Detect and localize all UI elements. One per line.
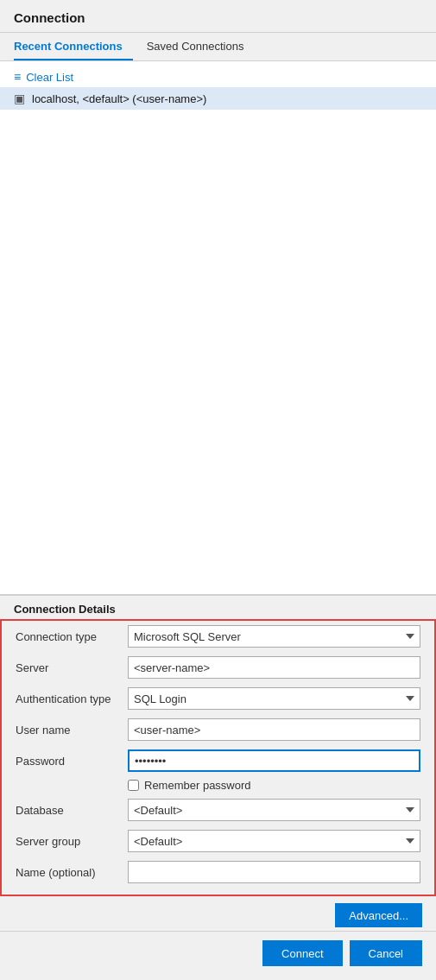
server-group-control: <Default>: [128, 830, 420, 852]
auth-type-label: Authentication type: [16, 692, 128, 705]
remember-password-label: Remember password: [144, 779, 251, 792]
clear-list-icon: ≡: [14, 70, 21, 84]
database-row: Database <Default>: [16, 794, 420, 825]
database-select[interactable]: <Default>: [128, 799, 420, 821]
server-icon: ▣: [14, 92, 25, 105]
connection-type-label: Connection type: [16, 630, 128, 643]
advanced-button-area: Advanced...: [0, 896, 436, 931]
window-title: Connection: [0, 0, 436, 33]
server-row: Server: [16, 652, 420, 683]
tab-recent-connections[interactable]: Recent Connections: [14, 33, 133, 60]
connection-type-select[interactable]: Microsoft SQL Server: [128, 625, 420, 648]
database-label: Database: [16, 804, 128, 817]
tabs-bar: Recent Connections Saved Connections: [0, 33, 436, 61]
connection-type-control: Microsoft SQL Server: [128, 625, 420, 648]
username-input[interactable]: [128, 718, 420, 741]
password-input[interactable]: [128, 749, 420, 772]
server-group-row: Server group <Default>: [16, 825, 420, 857]
name-optional-control: [128, 861, 420, 883]
database-control: <Default>: [128, 799, 420, 821]
connections-area: ≡ Clear List ▣ localhost, <default> (<us…: [0, 61, 436, 595]
server-input[interactable]: [128, 656, 420, 679]
cancel-button[interactable]: Cancel: [350, 940, 422, 966]
name-optional-input[interactable]: [128, 861, 420, 883]
remember-password-checkbox[interactable]: [128, 780, 139, 791]
password-label: Password: [16, 755, 128, 768]
auth-type-row: Authentication type SQL Login Windows Au…: [16, 683, 420, 714]
auth-type-select[interactable]: SQL Login Windows Authentication: [128, 687, 420, 710]
auth-type-control: SQL Login Windows Authentication: [128, 687, 420, 710]
name-optional-row: Name (optional): [16, 857, 420, 888]
password-control: [128, 749, 420, 772]
username-row: User name: [16, 714, 420, 745]
name-optional-label: Name (optional): [16, 866, 128, 879]
remember-password-row: Remember password: [16, 776, 420, 794]
connection-label: localhost, <default> (<user-name>): [32, 92, 206, 105]
server-group-select[interactable]: <Default>: [128, 830, 420, 852]
connection-window: Connection Recent Connections Saved Conn…: [0, 0, 436, 980]
connection-type-row: Connection type Microsoft SQL Server: [16, 621, 420, 652]
server-label: Server: [16, 661, 128, 674]
clear-list-label: Clear List: [26, 71, 73, 84]
clear-list-button[interactable]: ≡ Clear List: [0, 66, 436, 87]
list-item[interactable]: ▣ localhost, <default> (<user-name>): [0, 87, 436, 110]
server-group-label: Server group: [16, 835, 128, 848]
connect-button[interactable]: Connect: [262, 940, 342, 966]
connection-details-form: Connection type Microsoft SQL Server Ser…: [0, 619, 436, 896]
advanced-button[interactable]: Advanced...: [335, 903, 422, 927]
username-control: [128, 718, 420, 741]
connection-details-label: Connection Details: [0, 595, 436, 619]
server-control: [128, 656, 420, 679]
password-row: Password: [16, 745, 420, 776]
action-buttons-area: Connect Cancel: [0, 931, 436, 980]
username-label: User name: [16, 724, 128, 737]
tab-saved-connections[interactable]: Saved Connections: [147, 33, 255, 60]
